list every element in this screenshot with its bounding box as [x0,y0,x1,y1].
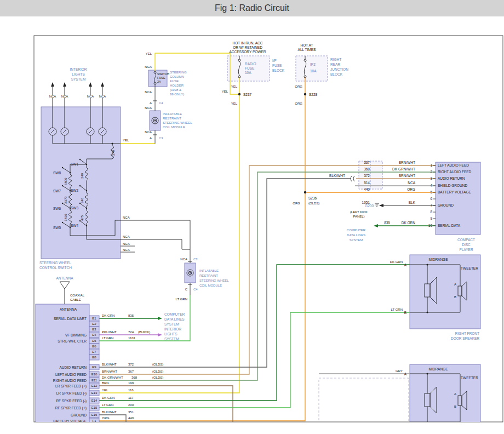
ip-fuse-block-label: FUSE [272,64,282,67]
terminal-a: A [150,101,152,105]
interior-lights-label: SYSTEM [164,337,179,341]
rr-junction-label: REAR [330,62,340,66]
interior-lights-label: LIGHTS [72,72,85,76]
antenna-icon [60,282,70,289]
circuit-number: 199 [128,381,134,385]
wire-label-nca: NCA [145,90,152,94]
radio-pin: E2 [92,322,96,326]
radio-func: LR SPKR FEED (-) [56,391,87,396]
antenna-label: ANTENNA [56,276,73,280]
wire-color: PPL/WHT [102,330,117,334]
wire-label-nca: NCA [87,95,94,98]
wire-label-nca: NCA [180,258,187,261]
wire-label-yel: YEL [231,102,238,105]
ip2-fuse-label: IP2 [310,62,316,66]
wire-brn-wht-367 [99,165,436,374]
wire-color: DK GRN [102,314,114,317]
splice-label-s236: S236 [308,196,317,200]
radio-pin: E14 [91,399,98,402]
wire-nca-switch-out-2 [121,239,190,249]
wire-color: DK GRN/WHT [102,376,123,379]
radio-pin: E10 [91,373,98,376]
radio-func: BATTERY VOLTAGE [53,419,87,423]
wire-label-nca: NCA [123,242,130,245]
speaker-midrange-label: MIDRANGE [428,258,448,261]
radio-pin: E5 [92,339,96,342]
coil-module-label: COIL MODULE [163,125,185,129]
wire-label-org: ORG [293,202,300,205]
coax-label: COAXIAL [70,294,85,297]
up-arrow-icon [101,82,104,87]
up-arrow-icon [89,82,92,87]
radio-pin: E3 [92,328,96,331]
right-arrow-icon [158,333,162,336]
wire-label-nca: NCA [61,95,68,98]
radio-pin: E15 [91,406,98,409]
circuit-number: 372 [128,363,134,366]
hot-label: ACCESSORY POWER [230,50,266,54]
fuse-holder-label: HOLDER [170,84,184,87]
circuit-number: 116 [128,389,134,392]
circuit-number: 117 [128,396,134,399]
radio-func: ANTENNA [60,307,77,311]
radio-func: AUDIO RETURN [60,366,87,369]
switch-label-sw6: SW6 [53,207,61,210]
terminal-a: A [150,136,152,140]
cd-pin-num: 7 [430,203,432,207]
wire-label-nca: NCA [123,235,130,238]
computer-data-lines-label: DATA LINES [164,317,185,321]
rr-junction-label: RIGHT [330,58,341,61]
wire-label-dkgrn: DK GRN [390,260,403,264]
ground-label-g200: G200 [365,204,374,208]
rr-junction-label: JUNCTION [330,67,348,71]
wire-color: LT GRN [102,336,113,340]
splice-s236 [304,191,306,193]
computer-data-lines-label: SYSTEM [164,322,179,326]
interior-lights-label: LIGHTS [164,332,177,336]
wire-label-yel: YEL [222,90,228,93]
cd-player-name: COMPACT [457,238,475,242]
wire-color: BLK/WHT [102,410,117,414]
cd-player-name: DISC [462,243,471,247]
coil-module-label: INFLATABLE [163,112,182,116]
wire-label-nca: NCA [145,65,152,68]
wire-color: DK GRN [402,221,416,225]
wire-label-yel: YEL [146,52,152,55]
fuse-holder-label: 99 ONLY) [170,93,184,96]
ground-location: (LEFT KICK [350,210,368,214]
cd-pin-num: 8 [430,210,432,214]
switch-label-sw1: SW1 [71,162,78,166]
steering-switch-name: STEERING WHEEL [39,261,72,265]
radio-func: VF DIMMING [65,333,87,337]
circuit-number: 440 [364,187,370,191]
wire-color: BRN/WHT [399,161,415,164]
resistor-value: 348 [81,197,84,203]
cd-pin-num: 3 [430,176,432,180]
radio-connector-box [36,304,89,423]
antenna-symbol [60,282,70,304]
computer-data-lines-label: COMPUTER [164,312,185,316]
circuit-number: 351 [128,410,134,414]
tweeter-terminal-a: A [454,392,456,396]
fuse-holder-label: FUSE [170,79,179,83]
radio-fuse-label: RADIO [245,62,256,66]
wire-label-nca: NCA [49,95,56,98]
splice-s237 [238,93,240,95]
circuit-number: 200 [128,403,134,407]
terminal-c: C [185,288,188,291]
radio-func: STRG WHL CTLR [58,339,87,343]
switch-fuse-label: FUSE [157,76,165,79]
cd-player-name: PLAYER [459,248,473,252]
circuit-number: 835 [384,221,390,225]
coil-module-label: INFLATABLE [199,269,219,272]
cd-pin-num: 9 [430,216,432,220]
cd-pin-label: SHIELD GROUND [438,184,467,187]
circuit-number: 372 [364,174,370,178]
radio-pin: E4 [92,333,96,336]
cd-pin-label: AUDIO RETURN [438,176,465,180]
radio-func: GROUND [71,413,87,417]
splice-s228 [304,93,306,95]
wire-color: DK GRN [102,396,114,399]
speaker-terminal-a: A [404,372,407,376]
splice-note-olds: (OLDS) [308,202,319,205]
